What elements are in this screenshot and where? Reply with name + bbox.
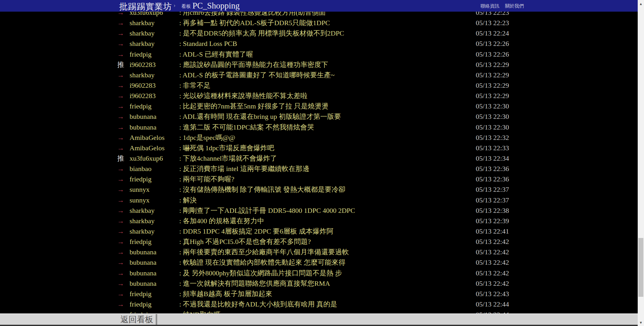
push-row: → bubunana : 進一次就解決有問題聯絡您供應商直接幫您RMA 05/1… [117,278,529,289]
push-timestamp: 05/13 22:42 [476,257,509,268]
push-tag: → [117,28,124,38]
back-to-board-link[interactable]: 返回看板 [120,314,153,325]
push-content: : 非常不足 [179,80,211,91]
push-content: : Standard Loss PCB [179,38,237,49]
window-bottom-edge [0,325,638,326]
push-content: : 剛剛查了一下ADL設計手冊 DDR5-4800 1DPC 4000 2DPC [179,205,355,216]
push-tag: → [117,163,124,174]
push-userid: friedpig [130,49,152,59]
push-timestamp: 05/13 22:29 [476,80,509,91]
push-row: 推 i9602283 : 應該說矽晶圓的平面導熱能力在這種功率密度下 05/13… [117,59,529,70]
push-userid: i9602283 [130,59,156,70]
push-row: 推 xu3fu6xup6 : 下放4channel市場就不會爆炸了 05/13 … [117,153,529,163]
push-row: → friedpig : 真High 不過PCI5.0不是也會有差不多問題? 0… [117,236,529,247]
push-content: : 兩年後要賣的東西至少給廠商半年八個月準備還要過軟 [179,247,349,257]
push-row: → sunnyx : 解決 05/13 22:37 [117,195,529,205]
board-label: 看板 [181,3,191,9]
scroll-down-icon[interactable]: ▼ [638,320,644,325]
push-row: → friedpig : 比起更密的7nm甚至5nm 好很多了拉 只是燒燙燙 0… [117,101,529,111]
push-row: → sharkbay : Standard Loss PCB 05/13 22:… [117,38,529,49]
push-timestamp: 05/13 22:36 [476,163,509,174]
push-content: : 反正消費市場 intel 這兩年要繼續軟在那邊 [179,163,309,174]
push-row: → bubunana : 及 另外8000phy類似這次網路晶片接口問題不是熱 … [117,268,529,278]
push-userid: friedpig [130,101,152,111]
push-timestamp: 05/13 22:44 [476,299,509,309]
board-name-link[interactable]: PC_Shopping [192,1,240,11]
push-userid: sharkbay [130,216,154,226]
push-row: → AmibaGelos : 嚇死偶 1dpc市場反應會爆炸吧 05/13 22… [117,143,529,153]
push-tag: → [117,38,124,49]
push-content: : 應該說矽晶圓的平面導熱能力在這種功率密度下 [179,59,328,70]
push-row: → sharkbay : 剛剛查了一下ADL設計手冊 DDR5-4800 1DP… [117,205,529,216]
push-timestamp: 05/13 22:36 [476,174,509,184]
push-timestamp: 05/13 22:30 [476,122,509,132]
top-nav-bar: 批踢踢實業坊 › 看板 PC_Shopping 聯絡資訊 關於我們 [0,0,638,12]
push-userid: AmibaGelos [130,132,164,143]
push-userid: xu3fu6xup6 [130,153,163,163]
push-row: → bubunana : 兩年後要賣的東西至少給廠商半年八個月準備還要過軟 05… [117,247,529,257]
push-content: : 1dpc是spec嗎@@ [179,132,235,143]
push-content: : 沒有儲熱傳熱機制 除了傳輸訊號 發熱大概都是要冷卻 [179,184,346,195]
push-timestamp: 05/13 22:26 [476,49,509,59]
push-content: : 是不是DDR5的頻率太高 用標準損失板材做不到2DPC [179,28,344,38]
push-timestamp: 05/13 22:26 [476,38,509,49]
contact-info-link[interactable]: 聯絡資訊 [480,3,499,9]
push-row: → sharkbay : ADL-S 的板子電路圖畫好了 不知道哪時候要生產~ … [117,70,529,80]
scroll-up-icon[interactable]: ▲ [638,2,644,6]
push-tag: 推 [117,59,124,70]
scrollbar-thumb[interactable] [638,238,643,297]
push-userid: sharkbay [130,28,154,38]
push-timestamp: 05/13 22:24 [476,28,509,38]
about-us-link[interactable]: 關於我們 [505,3,524,9]
push-row: → sharkbay : 是不是DDR5的頻率太高 用標準損失板材做不到2DPC… [117,28,529,38]
push-tag: → [117,195,124,205]
site-title-link[interactable]: 批踢踢實業坊 [119,1,172,12]
push-timestamp: 05/13 22:42 [476,268,509,278]
push-content: : 真High 不過PCI5.0不是也會有差不多問題? [179,236,311,247]
push-tag: → [117,216,124,226]
push-tag: → [117,80,124,91]
push-timestamp: 05/13 22:30 [476,101,509,111]
push-userid: bubunana [130,268,157,278]
push-content: : 嚇死偶 1dpc市場反應會爆炸吧 [179,143,274,153]
push-content: : 頻率越B越高 板子加層加起來 [179,289,272,299]
push-userid: sharkbay [130,38,154,49]
push-timestamp: 05/13 22:29 [476,70,509,80]
push-row: → bianbao : 反正消費市場 intel 這兩年要繼續軟在那邊 05/1… [117,163,529,174]
push-timestamp: 05/13 22:39 [476,216,509,226]
push-content: : 各加400 的規格還在努力中 [179,216,264,226]
push-tag: → [117,184,124,195]
push-tag: → [117,143,124,153]
vertical-scrollbar[interactable]: ▲ ▼ [638,0,644,326]
push-userid: friedpig [130,299,152,309]
push-tag: → [117,278,124,289]
push-tag: → [117,70,124,80]
push-timestamp: 05/13 22:42 [476,236,509,247]
push-tag: → [117,122,124,132]
push-timestamp: 05/13 22:30 [476,111,509,122]
push-content: : 進第二版 不可能1DPC結案 不然我猜炫會哭 [179,122,314,132]
push-userid: friedpig [130,289,152,299]
push-content: : 不過我還是比較好奇ADL大小核到底有啥用 真的是 [179,299,337,309]
push-content: : 軟驗證 現在沒實體給內部軟體先動起來 怎麼可能來得 [179,257,346,268]
push-userid: sunnyx [130,195,150,205]
push-timestamp: 05/13 22:23 [476,18,509,28]
push-content: : DDR5 1DPC 4層板搞定 2DPC 要6層板 成本爆炸阿 [179,226,333,236]
footer-action-bar: 返回看板 [0,313,638,325]
push-tag: → [117,132,124,143]
push-timestamp: 05/13 22:37 [476,195,509,205]
push-timestamp: 05/13 22:42 [476,247,509,257]
push-row: → friedpig : 頻率越B越高 板子加層加起來 05/13 22:43 [117,289,529,299]
push-userid: AmibaGelos [130,143,164,153]
nav-links: 聯絡資訊 關於我們 [480,3,524,9]
push-tag: → [117,111,124,122]
push-content: : 光以矽這種材料來說導熱性能不算太差啦 [179,91,308,101]
push-userid: sharkbay [130,70,154,80]
push-content: : 再多補一點 初代的ADL-S板子DDR5只能做1DPC [179,18,330,28]
push-userid: bubunana [130,257,157,268]
push-content: : 解決 [179,195,197,205]
push-timestamp: 05/13 22:34 [476,153,509,163]
push-userid: sharkbay [130,205,154,216]
push-tag: → [117,49,124,59]
push-userid: sunnyx [130,184,150,195]
